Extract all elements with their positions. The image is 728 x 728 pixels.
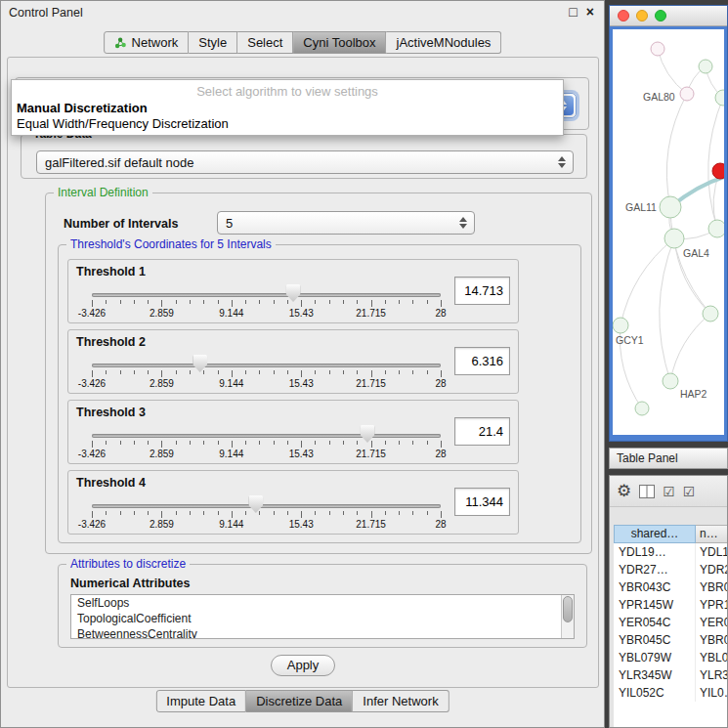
combobox-stepper-icon[interactable] xyxy=(556,154,568,170)
table-row[interactable]: YPR145WYPR1… xyxy=(614,596,727,614)
table-data-combobox[interactable]: galFiltered.sif default node xyxy=(36,150,574,174)
network-node[interactable] xyxy=(715,90,724,106)
threshold-slider-1[interactable]: -3.4262.8599.14415.4321.71528 xyxy=(92,281,441,321)
cell-name[interactable]: YLR3… xyxy=(696,666,727,684)
table-row[interactable]: YLR345WYLR3… xyxy=(614,666,727,684)
numerical-attributes-list[interactable]: SelfLoopsTopologicalCoefficientBetweenne… xyxy=(70,594,575,639)
cell-name[interactable]: YPR1… xyxy=(696,596,727,614)
mac-minimize-button[interactable] xyxy=(636,10,648,21)
interval-definition-group: Interval Definition Number of Intervals … xyxy=(45,193,592,554)
network-node[interactable] xyxy=(699,60,712,73)
table-row[interactable]: YDL19…YDL1… xyxy=(614,543,727,561)
table-row[interactable]: YER054CYER0… xyxy=(614,614,727,631)
combobox-stepper-icon[interactable] xyxy=(457,215,469,231)
network-node[interactable] xyxy=(663,373,678,389)
threshold-value-field[interactable]: 6.316 xyxy=(454,347,510,375)
table-row[interactable]: YBR045CYBR0… xyxy=(614,631,727,649)
cell-name[interactable]: YER0… xyxy=(696,614,727,631)
tab-label: Style xyxy=(198,35,227,50)
dropdown-item-equal-width-frequency[interactable]: Equal Width/Frequency Discretization xyxy=(12,116,563,132)
attribute-item[interactable]: BetweennessCentrality xyxy=(71,626,574,639)
attribute-item[interactable]: SelfLoops xyxy=(71,595,574,611)
cell-name[interactable]: YBR0… xyxy=(696,578,727,596)
tab-impute-data[interactable]: Impute Data xyxy=(155,690,246,712)
column-header-name[interactable]: n… xyxy=(696,525,727,543)
table-data-selected-value: galFiltered.sif default node xyxy=(45,155,193,170)
tab-style[interactable]: Style xyxy=(189,31,237,54)
cell-name[interactable]: YDR2… xyxy=(696,561,727,578)
network-node[interactable] xyxy=(664,229,684,248)
attribute-item[interactable]: TopologicalCoefficient xyxy=(71,611,574,626)
cell-shared-name[interactable]: YBR043C xyxy=(614,578,696,596)
cell-shared-name[interactable]: YBR045C xyxy=(614,631,696,649)
network-edge[interactable] xyxy=(660,238,674,381)
network-node[interactable] xyxy=(708,220,724,237)
cell-name[interactable]: YIL0… xyxy=(696,684,727,702)
threshold-slider-3[interactable]: -3.4262.8599.14415.4321.71528 xyxy=(92,422,441,461)
table-row[interactable]: YBL079WYBL0… xyxy=(614,649,727,666)
network-edge[interactable] xyxy=(666,94,687,207)
columns-icon[interactable] xyxy=(639,485,655,498)
network-node[interactable] xyxy=(680,87,694,101)
network-node[interactable] xyxy=(613,318,628,333)
cell-shared-name[interactable]: YLR345W xyxy=(614,666,696,684)
threshold-value-field[interactable]: 21.4 xyxy=(454,417,510,446)
slider-track[interactable] xyxy=(92,504,441,508)
tab-infer-network[interactable]: Infer Network xyxy=(353,690,449,712)
slider-track[interactable] xyxy=(92,293,441,297)
checkbox-icon[interactable]: ☑ xyxy=(683,485,696,498)
cell-name[interactable]: YBL0… xyxy=(696,649,727,666)
slider-track[interactable] xyxy=(92,434,441,438)
mac-close-button[interactable] xyxy=(618,10,629,21)
network-canvas[interactable]: GAL80GAL11GAL4GCY1HAP2 xyxy=(613,29,724,435)
tab-discretize-data[interactable]: Discretize Data xyxy=(246,690,353,712)
tab-cyni-toolbox[interactable]: Cyni Toolbox xyxy=(293,31,386,54)
threshold-slider-2[interactable]: -3.4262.8599.14415.4321.71528 xyxy=(92,352,441,391)
cell-shared-name[interactable]: YIL052C xyxy=(614,684,696,702)
node-label: GAL80 xyxy=(643,91,675,103)
table-row[interactable]: YDR27…YDR2… xyxy=(614,561,727,578)
network-edge[interactable] xyxy=(670,207,710,314)
cell-name[interactable]: YBR0… xyxy=(696,631,727,649)
network-node[interactable] xyxy=(660,196,681,218)
table-panel-header[interactable]: Table Panel xyxy=(609,448,728,469)
network-node[interactable] xyxy=(703,306,718,321)
network-node[interactable] xyxy=(712,163,724,179)
network-edge[interactable] xyxy=(621,238,674,325)
column-header-shared-name[interactable]: shared… xyxy=(614,525,696,543)
mac-zoom-button[interactable] xyxy=(655,10,666,21)
gear-icon[interactable]: ⚙ xyxy=(617,483,631,499)
number-of-intervals-combobox[interactable]: 5 xyxy=(217,211,475,235)
threshold-value-field[interactable]: 14.713 xyxy=(454,277,510,305)
slider-track[interactable] xyxy=(92,364,441,367)
network-edge[interactable] xyxy=(658,49,687,94)
network-graph[interactable]: GAL80GAL11GAL4GCY1HAP2 xyxy=(613,29,724,435)
checkbox-icon[interactable]: ☑ xyxy=(663,485,675,498)
cell-shared-name[interactable]: YDR27… xyxy=(614,561,696,578)
table-row[interactable]: YIL052CYIL0… xyxy=(614,684,727,702)
scrollbar-thumb[interactable] xyxy=(563,596,573,622)
apply-button[interactable]: Apply xyxy=(271,655,335,676)
attributes-scrollbar[interactable] xyxy=(561,595,574,638)
threshold-slider-4[interactable]: -3.4262.8599.14415.4321.71528 xyxy=(92,492,441,532)
network-node[interactable] xyxy=(635,402,649,415)
cell-shared-name[interactable]: YDL19… xyxy=(614,543,696,561)
close-window-button[interactable]: × xyxy=(586,4,594,20)
threshold-value-field[interactable]: 11.344 xyxy=(454,488,510,516)
cell-shared-name[interactable]: YPR145W xyxy=(614,596,696,614)
tab-jactivemnodules[interactable]: jActiveMNodules xyxy=(387,31,502,54)
network-edge[interactable] xyxy=(670,314,710,381)
cell-name[interactable]: YDL1… xyxy=(696,543,727,561)
table-row[interactable]: YBR043CYBR0… xyxy=(614,578,727,596)
tab-network[interactable]: Network xyxy=(104,31,190,54)
float-window-button[interactable]: □ xyxy=(569,4,577,20)
dropdown-item-manual-discretization[interactable]: Manual Discretization xyxy=(12,101,563,116)
node-label: GAL11 xyxy=(625,201,657,213)
tab-label: Discretize Data xyxy=(256,694,342,708)
cell-shared-name[interactable]: YBL079W xyxy=(614,649,696,666)
table-rows: YDL19…YDL1…YDR27…YDR2…YBR043CYBR0…YPR145… xyxy=(614,543,727,702)
tab-label: Cyni Toolbox xyxy=(303,35,375,50)
network-node[interactable] xyxy=(651,42,664,56)
cell-shared-name[interactable]: YER054C xyxy=(614,614,696,631)
tab-select[interactable]: Select xyxy=(237,31,293,54)
